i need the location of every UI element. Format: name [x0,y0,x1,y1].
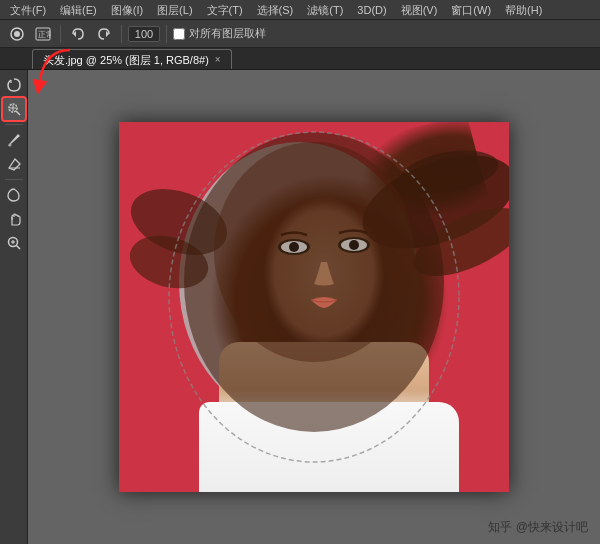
zoom-value-display: 100 [128,26,160,42]
tools-panel [0,70,28,544]
menu-3d[interactable]: 3D(D) [351,0,392,20]
toolbar-separator-1 [60,25,61,43]
menu-help[interactable]: 帮助(H) [499,0,548,20]
brush-preset-picker[interactable] [6,23,28,45]
toolbar-separator-3 [166,25,167,43]
canvas-image [119,122,509,492]
menu-filter[interactable]: 滤镜(T) [301,0,349,20]
undo-button[interactable] [67,23,89,45]
tab-bar: 头发.jpg @ 25% (图层 1, RGB/8#) × [0,48,600,70]
svg-point-11 [8,144,11,147]
menu-layer[interactable]: 图层(L) [151,0,198,20]
menu-bar: 文件(F) 编辑(E) 图像(I) 图层(L) 文字(T) 选择(S) 滤镜(T… [0,0,600,20]
redo-button[interactable] [93,23,115,45]
tab-close-button[interactable]: × [215,50,221,70]
document-tab[interactable]: 头发.jpg @ 25% (图层 1, RGB/8#) × [32,49,232,69]
menu-window[interactable]: 窗口(W) [445,0,497,20]
svg-line-15 [16,246,20,250]
watermark: 知乎 @快来设计吧 [488,519,588,536]
brush-mode-button[interactable]: 正常 [32,23,54,45]
quick-select-tool-button[interactable] [3,98,25,120]
menu-text[interactable]: 文字(T) [201,0,249,20]
menu-edit[interactable]: 编辑(E) [54,0,103,20]
lasso-tool-button[interactable] [3,74,25,96]
ellipse-selection-border [119,122,509,492]
toolbar-separator-2 [121,25,122,43]
svg-text:正常: 正常 [38,30,51,39]
sample-all-layers-checkbox[interactable] [173,28,185,40]
brush-tool-button[interactable] [3,129,25,151]
main-area: 知乎 @快来设计吧 [0,70,600,544]
options-toolbar: 正常 100 对所有图层取样 [0,20,600,48]
menu-view[interactable]: 视图(V) [395,0,444,20]
tool-separator-1 [5,124,23,125]
document-canvas [119,122,509,492]
hand-tool-button[interactable] [3,208,25,230]
tab-label: 头发.jpg @ 25% (图层 1, RGB/8#) [43,50,209,70]
svg-line-8 [16,111,20,115]
eraser-tool-button[interactable] [3,153,25,175]
menu-image[interactable]: 图像(I) [105,0,149,20]
svg-point-32 [169,132,459,462]
sample-all-layers-option: 对所有图层取样 [173,26,266,41]
zoom-tool-button[interactable] [3,232,25,254]
tool-separator-2 [5,179,23,180]
menu-file[interactable]: 文件(F) [4,0,52,20]
menu-select[interactable]: 选择(S) [251,0,300,20]
canvas-area: 知乎 @快来设计吧 [28,70,600,544]
svg-point-1 [14,31,20,37]
freeform-lasso-button[interactable] [3,184,25,206]
sample-all-layers-label: 对所有图层取样 [189,26,266,41]
